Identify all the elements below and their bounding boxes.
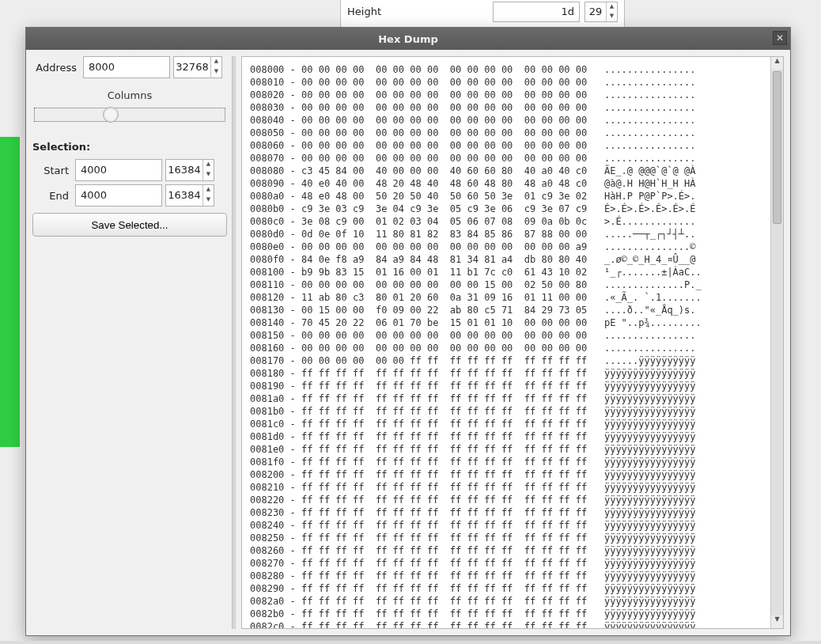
- parent-property-panel: Height 1d 29 ▲ ▼: [340, 0, 625, 28]
- color-strip-green: [0, 137, 20, 447]
- columns-slider[interactable]: [34, 108, 225, 122]
- height-dec-spinner[interactable]: 29 ▲ ▼: [585, 2, 618, 22]
- end-label: End: [32, 190, 72, 202]
- titlebar[interactable]: Hex Dump ✕: [26, 28, 790, 50]
- address-dec-value: 32768: [174, 57, 210, 78]
- scroll-up-button[interactable]: ▲: [771, 57, 783, 70]
- bottom-edge: [0, 641, 821, 644]
- spinner-up-icon[interactable]: ▲: [203, 160, 214, 170]
- address-hex-input[interactable]: 8000: [83, 56, 170, 78]
- start-dec-spinner[interactable]: 16384 ▲ ▼: [165, 159, 214, 181]
- window-title: Hex Dump: [378, 33, 438, 45]
- height-label: Height: [347, 6, 488, 17]
- selection-heading: Selection:: [32, 141, 227, 153]
- app-background: Height 1d 29 ▲ ▼ Hex Dump ✕ Address 8000…: [0, 0, 821, 644]
- end-dec-spinner[interactable]: 16384 ▲ ▼: [165, 184, 214, 206]
- hex-output-text[interactable]: 008000 - 00 00 00 00 00 00 00 00 00 00 0…: [242, 57, 770, 628]
- controls-pane: Address 8000 32768 ▲ ▼ Columns Selection…: [32, 56, 227, 629]
- scroll-track[interactable]: [771, 70, 783, 616]
- start-dec-value: 16384: [166, 160, 202, 180]
- scroll-down-button[interactable]: ▼: [771, 616, 783, 628]
- spinner-down-icon[interactable]: ▼: [211, 67, 221, 78]
- scrollbar[interactable]: ▲ ▼: [770, 57, 783, 628]
- spinner-down-icon[interactable]: ▼: [607, 12, 617, 21]
- slider-thumb[interactable]: [103, 107, 119, 123]
- end-hex-input[interactable]: 4000: [75, 184, 162, 206]
- address-label: Address: [32, 62, 80, 74]
- hex-output-pane: 008000 - 00 00 00 00 00 00 00 00 00 00 0…: [241, 56, 784, 629]
- spinner-down-icon[interactable]: ▼: [203, 170, 214, 180]
- start-label: Start: [32, 165, 72, 176]
- pane-splitter[interactable]: [232, 56, 236, 629]
- close-button[interactable]: ✕: [773, 31, 787, 45]
- end-dec-value: 16384: [166, 185, 202, 206]
- height-dec-value: 29: [585, 2, 606, 21]
- spinner-up-icon[interactable]: ▲: [211, 57, 221, 67]
- modal-body: Address 8000 32768 ▲ ▼ Columns Selection…: [26, 50, 790, 635]
- columns-label: Columns: [32, 89, 227, 101]
- save-selected-button[interactable]: Save Selected...: [32, 213, 227, 237]
- scroll-thumb[interactable]: [773, 71, 781, 224]
- spinner-down-icon[interactable]: ▼: [203, 195, 214, 206]
- spinner-up-icon[interactable]: ▲: [203, 185, 214, 195]
- address-dec-spinner[interactable]: 32768 ▲ ▼: [173, 56, 222, 78]
- height-hex-input[interactable]: 1d: [493, 2, 580, 22]
- hex-dump-window: Hex Dump ✕ Address 8000 32768 ▲ ▼: [25, 27, 791, 636]
- spinner-up-icon[interactable]: ▲: [607, 2, 617, 12]
- start-hex-input[interactable]: 4000: [75, 159, 162, 181]
